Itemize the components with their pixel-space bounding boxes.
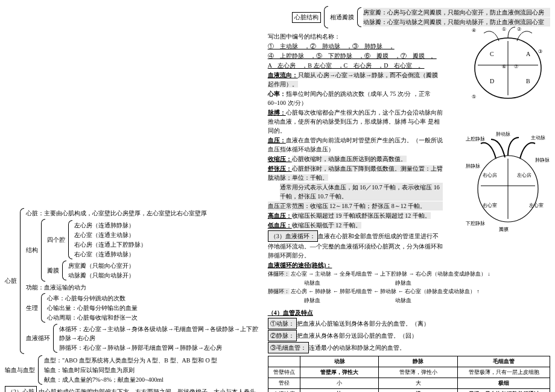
sys-circ-label: 体循环：: [268, 271, 290, 277]
top-valve-1: 动脉瓣：心室与动脉之间瓣膜，只能向动脉开，防止血液倒流回心室: [363, 17, 550, 27]
th-0: [268, 356, 300, 367]
top-valves-label: 相通瓣膜: [330, 13, 355, 22]
pul-b2: 动脉血: [395, 297, 411, 303]
section2-text: 由心肌构成位于胸腔中部偏左下方，左右两肺之间，形状像桃子，大小与本人拳头差不多。: [5, 388, 256, 392]
chambers-label: 四个腔: [47, 236, 66, 244]
th-3: 毛细血管: [458, 356, 550, 367]
svg-text:肺动脉: 肺动脉: [496, 131, 510, 137]
function-text: 血液运输的动力: [44, 284, 86, 291]
bp-label: 血压：: [268, 137, 286, 144]
th-2: 静脉: [379, 356, 458, 367]
svg-text:B: B: [526, 78, 530, 84]
bt-1: 血型："ABO 血型系统将人类血型分为 A 型、B 型、AB 型和 O 型: [44, 356, 261, 365]
dia-label: 舒张压：: [268, 165, 292, 172]
svg-text:⑥: ⑥: [502, 64, 506, 69]
sys-b2: 静脉血: [395, 280, 411, 286]
phys-0: 心率：心脏每分钟跳动的次数: [47, 294, 261, 303]
th-1: 动脉: [300, 356, 379, 367]
sys-circ: 左心室 → 主动脉 → 全身毛细血管 → 上下腔静脉 → 右心房（动脉血变成静脉…: [291, 271, 486, 277]
bt-label: 输血与血型: [5, 366, 36, 375]
table-row: 血流速度 快 慢 最慢，只允许红细胞单行通过: [268, 389, 550, 393]
path-label: 血液循环的途径(路线)：: [268, 261, 550, 270]
bt-3: 献血：成人血量的7%~8%；献血量200~400ml: [44, 375, 261, 384]
svg-text:①: ①: [502, 27, 506, 32]
v2-label: ②静脉：: [268, 330, 297, 341]
v3-label: ③毛细血管：: [268, 342, 309, 353]
bt-2: 输血：输血时应以输同型血为原则: [44, 365, 261, 375]
circ-1: 体循环：左心室→主动脉→身体各级动脉→毛细血管网→各级静脉→上下腔静脉→右心房: [59, 324, 261, 343]
heart-intro: 心脏：主要由心肌构成，心室壁比心房壁厚，左心室壁比右心室壁厚: [26, 209, 261, 218]
pul-b1: 静脉血: [304, 297, 320, 303]
arrow-up-icon: ↑: [477, 288, 480, 294]
svg-text:C: C: [490, 51, 494, 57]
pul-circ: 左心房 ← 肺静脉 ← 肺部毛细血管 ← 肺动脉 ← 右心室（静脉血变成动脉血）: [291, 288, 475, 294]
top-box: 心脏结构: [292, 12, 321, 23]
bp-normal: 血压正常范围：收缩压 12～18.7 千帕；舒张压 8～12 千帕。: [268, 201, 443, 210]
svg-text:D: D: [490, 78, 494, 84]
svg-text:③: ③: [538, 49, 542, 54]
arrow-down-icon: ↓: [487, 271, 490, 277]
circ3-label: （3）血液循环：: [268, 230, 318, 242]
pulse-label: 脉搏：: [268, 109, 286, 116]
heart-diagram-2: 上腔静脉 肺动脉 主动脉 肺静脉 右心房 左心房 肺静脉 右心室 左心室 下腔静…: [466, 128, 550, 237]
bp-high-label: 高血压：: [268, 212, 292, 219]
svg-text:瓣膜: 瓣膜: [499, 227, 509, 232]
svg-text:右心室: 右心室: [483, 203, 497, 208]
bp-text: 血液在血管内向前流动时对管壁所产生的压力。（一般所说血压指体循环动脉血压）: [268, 137, 443, 153]
flow-dir-label: 血液流向：: [268, 72, 298, 78]
svg-text:肺静脉: 肺静脉: [535, 157, 550, 163]
bp-low: 收缩压长期低于 12 千帕。: [292, 222, 361, 229]
svg-text:上腔静脉: 上腔静脉: [466, 136, 485, 142]
fig-labels-2: ④ 上腔静脉 ，⑤ 下腔静脉 ，⑥ 瓣膜 ，⑦ 瓣膜 。: [268, 51, 443, 60]
valve-0: 房室瓣（只能向心室开）: [68, 261, 261, 270]
vessel-table: 动脉 静脉 毛细血管 管壁特点 管壁厚，弹性大 管壁薄，弹性小 管壁极薄，只有一…: [268, 356, 550, 392]
section2-label: （2）心脏: [5, 386, 37, 392]
dia-text: 心脏舒张时，动脉血压下降到最低数值。测量位置：上臂肱动脉；单位：千帕。: [268, 165, 443, 181]
svg-text:左心房: 左心房: [517, 172, 531, 178]
v1-text: 把血液从心脏输送到身体各部分去的血管。（离）: [297, 320, 430, 327]
function-label: 功能：: [26, 284, 44, 291]
top-valve-0: 房室瓣：心房与心室之间瓣膜，只能向心室开，防止血液倒流回心房: [363, 8, 550, 17]
structure-label: 结构: [26, 246, 39, 254]
chamber-3: 右心室（连通肺动脉）: [74, 250, 261, 259]
svg-text:主动脉: 主动脉: [531, 135, 545, 141]
svg-text:左心室: 左心室: [529, 203, 544, 208]
fig-intro: 写出图中编号的结构名称：: [268, 32, 443, 41]
sys-b1: 动脉血: [304, 280, 320, 286]
v3-text: 连通最小的动脉和静脉之间的血管。: [309, 344, 405, 351]
circ-2: 肺循环：右心室→肺动脉→肺部毛细血管网→肺静脉→左心房: [59, 343, 261, 352]
valve-1: 动脉瓣（只能向动脉开）: [68, 271, 261, 280]
bp-low-label: 低血压：: [268, 222, 292, 229]
v2-text: 把血液从身体各部分送回心脏的血管。（回）: [297, 332, 417, 339]
svg-text:②: ②: [517, 27, 521, 32]
v1-label: ①动脉：: [268, 318, 297, 329]
fig-labels-1: ① 主动脉 ，② 肺动脉 ，③ 肺静脉 ，: [268, 42, 443, 51]
phys-1: 心输出量：心脏每分钟输出的血量: [47, 303, 261, 312]
svg-text:下腔静脉: 下腔静脉: [466, 221, 485, 226]
bp-high: 收缩压长期超过 19 千帕或舒张压长期超过 12 千帕。: [292, 212, 431, 219]
table-row: 管壁特点 管壁厚，弹性大 管壁薄，弹性小 管壁极薄，只有一层上皮细胞: [268, 367, 550, 378]
chamber-0: 左心房（连通肺静脉）: [74, 221, 261, 230]
svg-text:右心房: 右心房: [483, 172, 497, 178]
valves-label: 瓣膜: [47, 267, 60, 275]
chamber-2: 右心房（连通上下腔静脉）: [74, 240, 261, 249]
vessel-label: （4）血管及特点: [268, 308, 550, 317]
svg-text:⑤: ⑤: [472, 94, 476, 100]
chamber-1: 左心室（连通主动脉）: [74, 230, 261, 239]
fig-abcd: A 左心房 ，B 左心室 ，C 右心房 ，D 右心室 。: [268, 61, 443, 70]
svg-text:⑦: ⑦: [514, 64, 518, 69]
svg-text:A: A: [526, 51, 531, 57]
circ-label: 血液循环: [26, 334, 51, 343]
svg-text:肺静脉: 肺静脉: [466, 163, 480, 169]
hr-label: 心率：: [268, 90, 286, 97]
svg-text:④: ④: [472, 28, 476, 33]
pul-circ-label: 肺循环：: [268, 288, 290, 294]
phys-label: 生理: [26, 304, 39, 312]
sys-label: 收缩压：: [268, 156, 292, 162]
sys-text: 心脏收缩时，动脉血压所达到的最高数值。: [292, 156, 407, 162]
hr-text: 指单位时间内心脏的跳动次数（成年人 75 次/分 ，正常 60~100 次/分）: [268, 90, 431, 106]
phys-2: 心动周期：心脏每收缩和舒张一次: [47, 313, 261, 322]
table-row: 管径 小 大 极细: [268, 378, 550, 389]
heart-label: 心脏: [5, 277, 18, 285]
bp-ex: 通常用分式表示人体血压，如 16／10.7 千帕，表示收缩压 16 千帕，舒张压…: [280, 183, 443, 201]
